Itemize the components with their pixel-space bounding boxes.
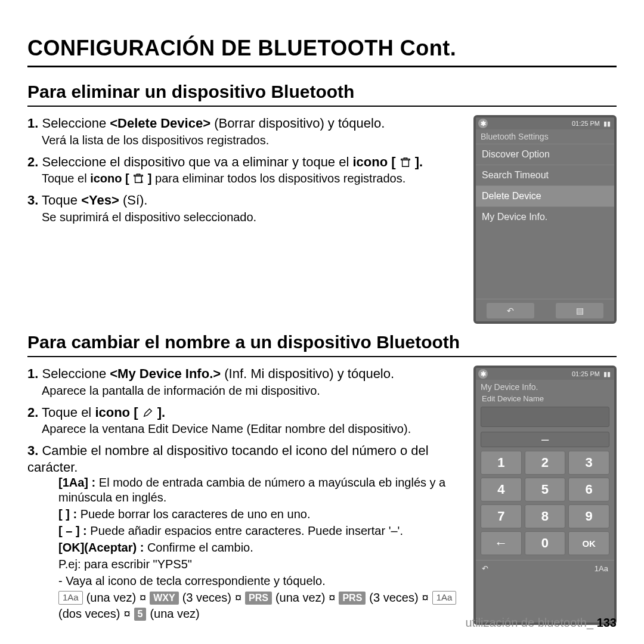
s2-step2: 2. Toque el icono [ ]. Aparece la ventan… [27,404,462,437]
s2-step2-sub: Aparece la ventana Edit Device Name (Edi… [42,422,462,436]
status-time: 01:25 PM [572,120,600,127]
status-time: 01:25 PM [572,370,600,377]
trash-icon [400,157,411,168]
menu-delete-device[interactable]: Delete Device [476,185,614,206]
svg-text:A: A [141,179,144,184]
pencil-icon [142,407,154,418]
section2-title: Para cambiar el nombre a un dispositivo … [27,332,617,357]
key-4[interactable]: 4 [481,478,522,501]
page-footer: utilización de bluetooth_ 133 [465,616,617,630]
section2: 1. Seleccione <My Device Info.> (Inf. Mi… [27,366,617,625]
device-name-input[interactable] [481,407,609,427]
back-button[interactable]: ↶ [487,303,534,318]
mode-indicator[interactable]: 1Aa [595,564,608,573]
key-8[interactable]: 8 [525,504,566,528]
section1-title: Para eliminar un dispositivo Bluetooth [27,82,617,107]
menu-discover-option[interactable]: Discover Option [476,144,614,165]
key-1[interactable]: 1 [481,451,522,475]
page-title: CONFIGURACIÓN DE BLUETOOTH Cont. [27,36,617,67]
key-backspace[interactable]: ← [481,531,522,555]
s1-step3-sub: Se suprimirá el dispositivo seleccionado… [42,210,462,225]
battery-icon: ▮▮ [603,120,611,128]
s1-step2-sub: Toque el icono [ A ] para eliminar todos… [42,171,462,186]
bluetooth-icon: ✱ [478,369,488,379]
key-2[interactable]: 2 [525,451,566,475]
s2-step1-sub: Aparece la pantalla de información de mi… [42,383,462,398]
s1-step2: 2. Seleccione el dispositivo que va a el… [27,154,462,187]
key-7[interactable]: 7 [481,504,522,528]
key-0[interactable]: 0 [525,531,566,555]
key-sequence-line2: (dos veces) ¤ 5(una vez) [58,606,462,621]
key-5[interactable]: 5 [525,478,566,501]
s2-step3: 3. Cambie el nombre al dispositivo tocan… [27,442,462,621]
edit-device-name-label: Edit Device Name [476,394,614,403]
menu-search-timeout[interactable]: Search Timeout [476,165,614,185]
device2-header: My Device Info. [476,380,614,394]
device-mock-2: ✱ 01:25 PM ▮▮ My Device Info. Edit Devic… [473,366,617,625]
back-button[interactable]: ↶ [482,564,488,573]
key-9[interactable]: 9 [568,504,609,528]
bluetooth-icon: ✱ [478,119,488,128]
battery-icon: ▮▮ [603,370,611,378]
s1-step3: 3. Toque <Yes> (Sí). Se suprimirá el dis… [27,192,462,225]
menu-my-device-info[interactable]: My Device Info. [476,206,614,227]
s1-step1: 1. Seleccione <Delete Device> (Borrar di… [27,115,462,148]
key-3[interactable]: 3 [568,451,609,475]
device1-header: Bluetooth Settings [476,129,614,144]
trash-all-icon: A [132,173,144,184]
menu-button[interactable]: ▤ [556,303,603,318]
dash-key[interactable]: – [481,432,609,447]
key-ok[interactable]: OK [568,531,609,555]
s2-step1: 1. Seleccione <My Device Info.> (Inf. Mi… [27,366,462,398]
key-6[interactable]: 6 [568,478,609,501]
s1-step1-sub: Verá la lista de los dispositivos regist… [42,133,462,148]
key-sequence: 1Aa(una vez) ¤ WXY(3 veces) ¤ PRS(una ve… [58,590,462,605]
section1: 1. Seleccione <Delete Device> (Borrar di… [27,115,617,324]
keypad: 1 2 3 4 5 6 7 8 9 ← 0 OK [476,451,614,560]
device-mock-1: ✱ 01:25 PM ▮▮ Bluetooth Settings Discove… [473,115,617,324]
